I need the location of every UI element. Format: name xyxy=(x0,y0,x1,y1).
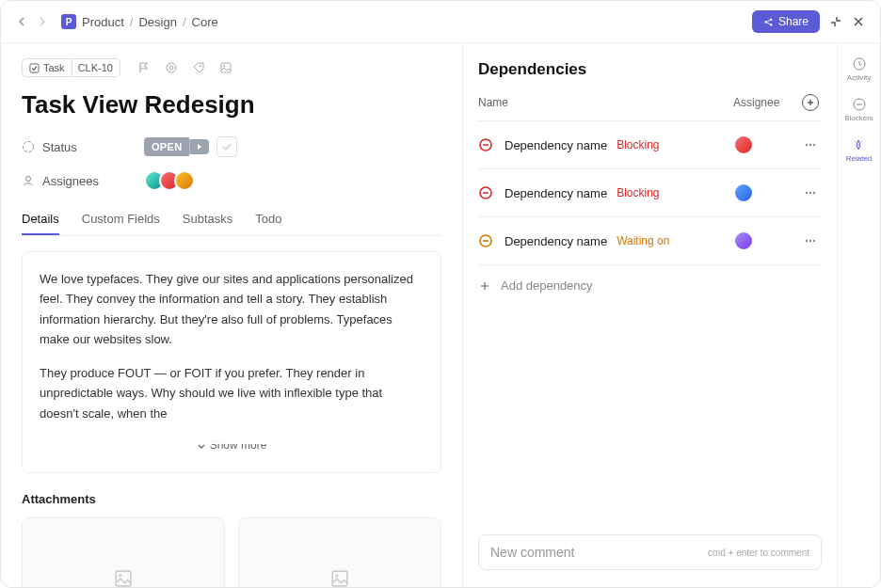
close-icon[interactable] xyxy=(852,15,865,28)
breadcrumb-item[interactable]: Design xyxy=(138,15,176,29)
attachments-title: Attachments xyxy=(22,492,441,506)
flag-icon[interactable] xyxy=(137,61,151,74)
left-panel: Task CLK-10 Task View Redesign Status OP… xyxy=(1,43,462,587)
svg-point-16 xyxy=(806,144,808,146)
block-icon xyxy=(478,137,497,152)
status-icon xyxy=(22,140,35,153)
avatar[interactable] xyxy=(174,170,195,191)
comment-placeholder: New comment xyxy=(490,545,574,560)
assignee-icon xyxy=(22,174,35,187)
svg-point-24 xyxy=(806,240,808,242)
tab-custom-fields[interactable]: Custom Fields xyxy=(82,204,160,235)
tab-subtasks[interactable]: Subtasks xyxy=(183,204,232,235)
dependency-row[interactable]: Dependency nameBlocking xyxy=(478,168,822,216)
attachment-placeholder[interactable] xyxy=(238,517,441,587)
status-next-button[interactable] xyxy=(189,139,209,154)
collapse-icon[interactable] xyxy=(829,15,842,28)
avatar[interactable] xyxy=(733,230,754,251)
rail-blockers[interactable]: Blockers xyxy=(844,97,873,122)
comment-input[interactable]: New comment cmd + enter to comment xyxy=(478,534,822,570)
svg-point-12 xyxy=(119,574,121,577)
dependency-name: Dependency name xyxy=(505,234,607,248)
rail-activity[interactable]: Activity xyxy=(847,56,871,82)
breadcrumb-item[interactable]: Core xyxy=(192,15,218,29)
share-button[interactable]: Share xyxy=(752,10,820,33)
dependency-status: Blocking xyxy=(617,186,659,199)
nav-forward[interactable] xyxy=(37,16,48,27)
attachment-placeholder[interactable] xyxy=(22,517,225,587)
target-icon[interactable] xyxy=(165,61,178,74)
svg-rect-3 xyxy=(30,63,39,72)
dependency-name: Dependency name xyxy=(505,186,607,200)
col-header-assignee: Assignee xyxy=(733,96,799,109)
dependencies-title: Dependencies xyxy=(478,60,822,79)
nav-back[interactable] xyxy=(16,16,27,27)
row-actions-button[interactable] xyxy=(799,234,822,247)
add-column-button[interactable] xyxy=(802,94,819,111)
svg-point-17 xyxy=(809,144,811,146)
breadcrumb-separator: / xyxy=(130,15,134,29)
nav-arrows xyxy=(16,16,48,27)
assignees-label: Assignees xyxy=(42,174,99,188)
tag-icon[interactable] xyxy=(192,61,205,74)
share-label: Share xyxy=(778,15,809,28)
image-icon xyxy=(329,568,350,587)
svg-point-26 xyxy=(813,240,815,242)
dependency-row[interactable]: Dependency nameBlocking xyxy=(478,120,822,168)
status-label: Status xyxy=(42,140,77,154)
tab-details[interactable]: Details xyxy=(22,204,59,235)
rail-related[interactable]: Related xyxy=(846,137,873,163)
complete-checkbox[interactable] xyxy=(216,136,237,157)
side-rail: Activity Blockers Related xyxy=(837,43,880,587)
image-icon xyxy=(113,568,134,587)
svg-rect-13 xyxy=(332,571,347,586)
row-actions-button[interactable] xyxy=(799,138,822,151)
svg-point-20 xyxy=(806,192,808,194)
description-paragraph: They produce FOUT — or FOIT if you prefe… xyxy=(40,363,424,423)
dependency-name: Dependency name xyxy=(505,138,607,152)
task-id-chip[interactable]: CLK-10 xyxy=(72,58,120,77)
svg-point-22 xyxy=(813,192,815,194)
block-icon xyxy=(478,233,497,248)
breadcrumb: P Product / Design / Core xyxy=(61,14,218,29)
svg-rect-11 xyxy=(116,571,131,586)
description[interactable]: We love typefaces. They give our sites a… xyxy=(22,251,441,473)
right-panel: Dependencies Name Assignee Dependency na… xyxy=(462,43,837,587)
assignee-avatars[interactable] xyxy=(144,170,195,191)
svg-point-18 xyxy=(813,144,815,146)
svg-point-4 xyxy=(167,63,176,72)
avatar[interactable] xyxy=(733,135,754,155)
status-badge[interactable]: OPEN xyxy=(144,137,189,156)
svg-point-14 xyxy=(335,574,338,577)
blockers-icon xyxy=(852,97,867,112)
rail-label: Related xyxy=(846,154,873,163)
svg-point-9 xyxy=(24,142,34,152)
task-type-label: Task xyxy=(43,62,65,73)
share-icon xyxy=(763,17,774,27)
check-square-icon xyxy=(29,63,40,73)
tab-todo[interactable]: Todo xyxy=(255,204,281,235)
avatar[interactable] xyxy=(733,183,754,203)
svg-point-21 xyxy=(809,192,811,194)
svg-point-6 xyxy=(200,65,201,67)
task-header: Task CLK-10 xyxy=(22,58,441,77)
svg-point-10 xyxy=(26,177,31,182)
svg-point-8 xyxy=(223,65,225,67)
plus-icon xyxy=(478,279,491,293)
row-actions-button[interactable] xyxy=(799,186,822,199)
breadcrumb-item[interactable]: Product xyxy=(82,15,124,29)
project-icon: P xyxy=(61,14,76,29)
related-icon xyxy=(851,137,866,152)
activity-icon xyxy=(852,56,867,72)
dependency-status: Waiting on xyxy=(617,234,669,247)
svg-point-5 xyxy=(169,66,173,70)
svg-rect-7 xyxy=(221,63,231,72)
add-dependency-button[interactable]: Add dependency xyxy=(478,265,822,306)
tab-bar: Details Custom Fields Subtasks Todo xyxy=(22,204,441,236)
task-title[interactable]: Task View Redesign xyxy=(22,90,441,119)
comment-hint: cmd + enter to comment xyxy=(708,548,809,558)
image-icon[interactable] xyxy=(219,61,232,74)
task-type-chip[interactable]: Task xyxy=(22,58,72,77)
dependency-row[interactable]: Dependency nameWaiting on xyxy=(478,216,822,265)
attachments-list xyxy=(22,517,441,587)
